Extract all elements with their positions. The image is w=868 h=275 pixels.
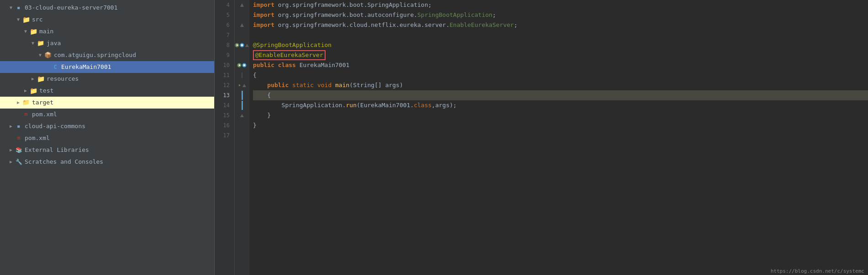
arrow-java: ▼ xyxy=(29,38,37,48)
line-num-11: 11 xyxy=(218,70,230,80)
svg-marker-0 xyxy=(240,3,244,7)
tree-item-pom2[interactable]: m pom.xml xyxy=(0,132,214,144)
kw-import-5: import xyxy=(253,10,274,20)
gutter-13 xyxy=(235,90,249,100)
svg-marker-13 xyxy=(242,84,246,87)
gutter-17 xyxy=(235,130,249,140)
status-bar-url: https://blog.csdn.net/c/systemc xyxy=(731,267,868,275)
project-root-label: 03-cloud-eureka-server7001 xyxy=(25,3,118,13)
gutter-5 xyxy=(235,10,249,20)
gutter-6 xyxy=(235,20,249,30)
kw-public-10: public xyxy=(253,60,274,70)
code-line-8: @SpringBootApplication xyxy=(253,40,868,50)
code-line-7 xyxy=(253,30,868,40)
code-content[interactable]: import org.springframework.boot.SpringAp… xyxy=(249,0,868,275)
annotation-spring: @SpringBootApplication xyxy=(253,40,331,50)
arrow-cloud-api: ▶ xyxy=(7,121,15,131)
folder-target-icon: 📁 xyxy=(22,98,30,108)
kw-public-12: public xyxy=(267,80,289,90)
code-editor[interactable]: 4 5 6 7 8 9 10 11 12 13 14 15 16 17 xyxy=(215,0,868,275)
folder-resources-icon: 📁 xyxy=(37,74,45,84)
file-pom2-icon: m xyxy=(15,133,23,143)
line-num-13: 13 xyxy=(218,90,230,100)
tree-item-package[interactable]: ▼ 📦 com.atguigu.springcloud xyxy=(0,49,214,61)
gutter-15 xyxy=(235,110,249,120)
module-cloud-api-icon: ▪ xyxy=(15,121,23,131)
code-line-10: public class EurekaMain7001 xyxy=(253,60,868,70)
gutter xyxy=(235,0,249,275)
tree-item-project-root[interactable]: ▼ ▪ 03-cloud-eureka-server7001 xyxy=(0,2,214,14)
code-line-15: } xyxy=(253,110,868,120)
tree-item-ext-libs[interactable]: ▶ 📚 External Libraries xyxy=(0,144,214,156)
line-num-15: 15 xyxy=(218,110,230,120)
code-line-11: { xyxy=(253,70,868,80)
module-icon: ▪ xyxy=(15,3,23,13)
code-line-6: import org.springframework.cloud.netflix… xyxy=(253,20,868,30)
test-label: test xyxy=(39,86,53,96)
line-num-8: 8 xyxy=(218,40,230,50)
line-num-16: 16 xyxy=(218,120,230,130)
arrow-scratches: ▶ xyxy=(7,157,15,167)
tree-item-java[interactable]: ▼ 📁 java xyxy=(0,37,214,49)
package-label: com.atguigu.springcloud xyxy=(54,50,136,60)
code-line-17 xyxy=(253,130,868,140)
scratches-label: Scratches and Consoles xyxy=(25,157,103,167)
gutter-12[interactable] xyxy=(235,80,249,90)
project-tree[interactable]: ▼ ▪ 03-cloud-eureka-server7001 ▼ 📁 src ▼… xyxy=(0,0,215,275)
src-label: src xyxy=(32,15,42,25)
folder-test-icon: 📁 xyxy=(29,86,37,96)
scratches-icon: 🔧 xyxy=(15,157,23,167)
line-num-10: 10 xyxy=(218,60,230,70)
arrow-src: ▼ xyxy=(15,15,22,25)
svg-rect-5 xyxy=(241,44,243,46)
main-label: main xyxy=(39,26,53,36)
tree-item-resources[interactable]: ▶ 📁 resources xyxy=(0,73,214,85)
kw-import-6: import xyxy=(253,20,274,30)
gutter-11 xyxy=(235,70,249,80)
arrow-project-root: ▼ xyxy=(7,3,15,13)
tree-item-target[interactable]: ▶ 📁 target xyxy=(0,97,214,109)
tree-item-eureka-main[interactable]: C EurekaMain7001 xyxy=(0,61,214,73)
svg-marker-1 xyxy=(240,23,244,27)
tree-item-src[interactable]: ▼ 📁 src xyxy=(0,14,214,26)
tree-item-pom1[interactable]: m pom.xml xyxy=(0,109,214,120)
kw-class-10: class xyxy=(278,60,296,70)
kw-void-12: void xyxy=(317,80,331,90)
kw-class-14: class xyxy=(414,100,431,110)
tree-item-scratches[interactable]: ▶ 🔧 Scratches and Consoles xyxy=(0,156,214,168)
gutter-14 xyxy=(235,100,249,110)
resources-label: resources xyxy=(47,74,79,84)
folder-java-icon: 📁 xyxy=(37,38,45,48)
line-num-17: 17 xyxy=(218,130,230,140)
gutter-8[interactable] xyxy=(235,40,249,50)
ext-libs-icon: 📚 xyxy=(15,145,23,155)
tree-item-cloud-api[interactable]: ▶ ▪ cloud-api-commons xyxy=(0,120,214,132)
gutter-9 xyxy=(235,50,249,60)
line-num-7: 7 xyxy=(218,30,230,40)
eureka-main-label: EurekaMain7001 xyxy=(61,62,111,72)
arrow-test: ▶ xyxy=(22,86,29,96)
arrow-resources: ▶ xyxy=(29,74,37,84)
code-line-5: import org.springframework.boot.autoconf… xyxy=(253,10,868,20)
folder-src-icon: 📁 xyxy=(22,15,30,25)
line-numbers: 4 5 6 7 8 9 10 11 12 13 14 15 16 17 xyxy=(215,0,235,275)
svg-marker-14 xyxy=(240,114,244,117)
gutter-10[interactable] xyxy=(235,60,249,70)
tree-item-test[interactable]: ▶ 📁 test xyxy=(0,85,214,97)
tree-item-main[interactable]: ▼ 📁 main xyxy=(0,26,214,37)
gutter-7 xyxy=(235,30,249,40)
arrow-ext-libs: ▶ xyxy=(7,145,15,155)
line-num-6: 6 xyxy=(218,20,230,30)
ext-libs-label: External Libraries xyxy=(25,145,89,155)
line-num-9: 9 xyxy=(218,50,230,60)
gutter-4 xyxy=(235,0,249,10)
pom2-label: pom.xml xyxy=(25,133,50,143)
file-pom-icon: m xyxy=(22,109,30,119)
gutter-16 xyxy=(235,120,249,130)
code-line-16: } xyxy=(253,120,868,130)
line-num-4: 4 xyxy=(218,0,230,10)
annotation-eureka: @EnableEurekaServer xyxy=(253,50,326,60)
code-line-4: import org.springframework.boot.SpringAp… xyxy=(253,0,868,10)
arrow-target: ▶ xyxy=(15,98,22,108)
file-java-icon: C xyxy=(51,62,59,72)
